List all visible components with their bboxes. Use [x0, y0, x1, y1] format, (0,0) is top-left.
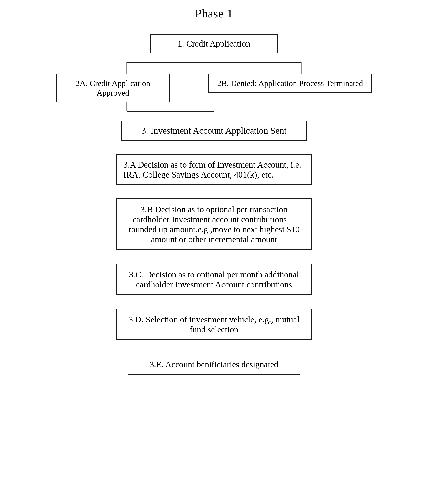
- node-1: 1. Credit Application: [150, 34, 278, 53]
- node-3e: 3.E. Account benificiaries designated: [128, 354, 300, 375]
- connector-3c-to-3d: [214, 295, 214, 309]
- node-2b: 2B. Denied: Application Process Terminat…: [208, 74, 372, 93]
- node-3a: 3.A Decision as to form of Investment Ac…: [116, 154, 312, 185]
- flowchart: 1. Credit Application 2A. Credit Applica…: [32, 34, 396, 375]
- node-3b: 3.B Decision as to optional per transact…: [116, 198, 312, 250]
- node-3: 3. Investment Account Application Sent: [121, 120, 307, 141]
- connector-3a-to-3b: [214, 185, 214, 198]
- node-row-2: 2A. Credit Application Approved 2B. Deni…: [32, 74, 396, 102]
- connector-3d-to-3e: [214, 340, 214, 354]
- page-title: Phase 1: [195, 7, 233, 20]
- node-3c: 3.C. Decision as to optional per month a…: [116, 264, 312, 295]
- connector-3-to-3a: [214, 141, 214, 154]
- node-3d: 3.D. Selection of investment vehicle, e.…: [116, 309, 312, 340]
- node-2a: 2A. Credit Application Approved: [56, 74, 170, 102]
- connector-3b-to-3c: [214, 250, 214, 264]
